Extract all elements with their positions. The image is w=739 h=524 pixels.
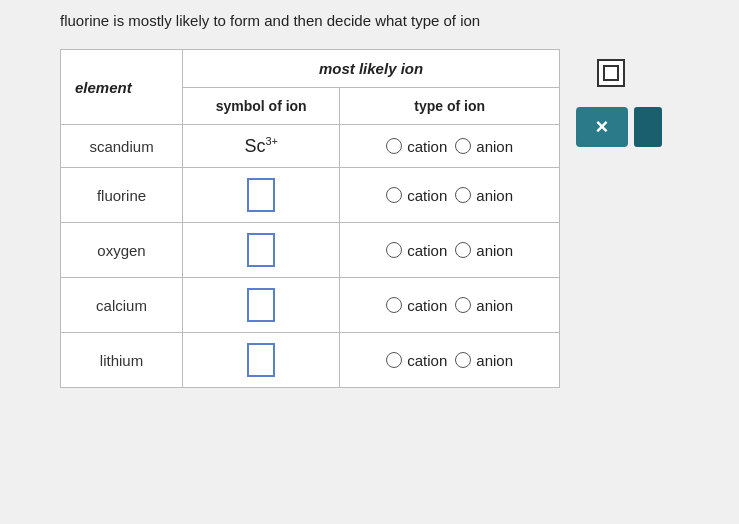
- anion-option-lithium[interactable]: anion: [455, 352, 513, 369]
- main-header-row: element most likely ion: [61, 50, 560, 88]
- element-header: element: [61, 50, 183, 125]
- anion-option-fluorine[interactable]: anion: [455, 187, 513, 204]
- page-wrapper: fluorine is mostly likely to form and th…: [0, 0, 739, 408]
- intro-text: fluorine is mostly likely to form and th…: [60, 10, 709, 31]
- table-row: lithiumcationanion: [61, 333, 560, 388]
- symbol-cell-lithium: [183, 333, 340, 388]
- blue-bar: [634, 107, 662, 147]
- cation-option-lithium[interactable]: cation: [386, 352, 447, 369]
- type-header: type of ion: [340, 88, 560, 125]
- cation-radio-lithium[interactable]: [386, 352, 402, 368]
- cation-label: cation: [407, 297, 447, 314]
- intro-paragraph: fluorine is mostly likely to form and th…: [60, 12, 480, 29]
- type-options-calcium: cationanion: [360, 297, 539, 314]
- right-buttons-row: ×: [576, 107, 662, 147]
- cation-radio-fluorine[interactable]: [386, 187, 402, 203]
- cation-radio-calcium[interactable]: [386, 297, 402, 313]
- element-cell-scandium: scandium: [61, 125, 183, 168]
- anion-option-calcium[interactable]: anion: [455, 297, 513, 314]
- table-row: fluorinecationanion: [61, 168, 560, 223]
- cation-radio-scandium[interactable]: [386, 138, 402, 154]
- cation-option-scandium[interactable]: cation: [386, 138, 447, 155]
- anion-label: anion: [476, 138, 513, 155]
- cation-label: cation: [407, 138, 447, 155]
- checkbox-icon: [597, 59, 641, 95]
- type-options-oxygen: cationanion: [360, 242, 539, 259]
- right-panel: ×: [576, 59, 662, 147]
- type-cell-oxygen: cationanion: [340, 223, 560, 278]
- table-row: scandiumSc3+cationanion: [61, 125, 560, 168]
- symbol-cell-calcium: [183, 278, 340, 333]
- type-options-fluorine: cationanion: [360, 187, 539, 204]
- input-box-fluorine[interactable]: [247, 178, 275, 212]
- anion-option-oxygen[interactable]: anion: [455, 242, 513, 259]
- type-header-label: type of ion: [414, 98, 485, 114]
- content-row: element most likely ion symbol of ion ty…: [60, 49, 709, 388]
- symbol-cell-scandium: Sc3+: [183, 125, 340, 168]
- anion-radio-oxygen[interactable]: [455, 242, 471, 258]
- symbol-cell-oxygen: [183, 223, 340, 278]
- type-cell-lithium: cationanion: [340, 333, 560, 388]
- anion-label: anion: [476, 187, 513, 204]
- anion-radio-fluorine[interactable]: [455, 187, 471, 203]
- type-options-lithium: cationanion: [360, 352, 539, 369]
- x-label: ×: [596, 116, 609, 138]
- ion-table: element most likely ion symbol of ion ty…: [60, 49, 560, 388]
- anion-label: anion: [476, 242, 513, 259]
- anion-radio-calcium[interactable]: [455, 297, 471, 313]
- input-box-calcium[interactable]: [247, 288, 275, 322]
- table-row: oxygencationanion: [61, 223, 560, 278]
- element-cell-lithium: lithium: [61, 333, 183, 388]
- cation-label: cation: [407, 352, 447, 369]
- type-options-scandium: cationanion: [360, 138, 539, 155]
- cation-option-calcium[interactable]: cation: [386, 297, 447, 314]
- anion-label: anion: [476, 297, 513, 314]
- x-button[interactable]: ×: [576, 107, 628, 147]
- anion-radio-lithium[interactable]: [455, 352, 471, 368]
- symbol-header-label: symbol of ion: [216, 98, 307, 114]
- element-cell-calcium: calcium: [61, 278, 183, 333]
- checkbox-inner: [603, 65, 619, 81]
- cation-radio-oxygen[interactable]: [386, 242, 402, 258]
- table-row: calciumcationanion: [61, 278, 560, 333]
- type-cell-scandium: cationanion: [340, 125, 560, 168]
- element-cell-fluorine: fluorine: [61, 168, 183, 223]
- type-cell-calcium: cationanion: [340, 278, 560, 333]
- element-cell-oxygen: oxygen: [61, 223, 183, 278]
- cation-label: cation: [407, 242, 447, 259]
- input-box-lithium[interactable]: [247, 343, 275, 377]
- sc-symbol: Sc3+: [244, 136, 278, 156]
- input-box-oxygen[interactable]: [247, 233, 275, 267]
- anion-label: anion: [476, 352, 513, 369]
- symbol-header: symbol of ion: [183, 88, 340, 125]
- most-likely-ion-header: most likely ion: [183, 50, 560, 88]
- symbol-cell-fluorine: [183, 168, 340, 223]
- cation-option-oxygen[interactable]: cation: [386, 242, 447, 259]
- anion-option-scandium[interactable]: anion: [455, 138, 513, 155]
- cation-label: cation: [407, 187, 447, 204]
- type-cell-fluorine: cationanion: [340, 168, 560, 223]
- cation-option-fluorine[interactable]: cation: [386, 187, 447, 204]
- anion-radio-scandium[interactable]: [455, 138, 471, 154]
